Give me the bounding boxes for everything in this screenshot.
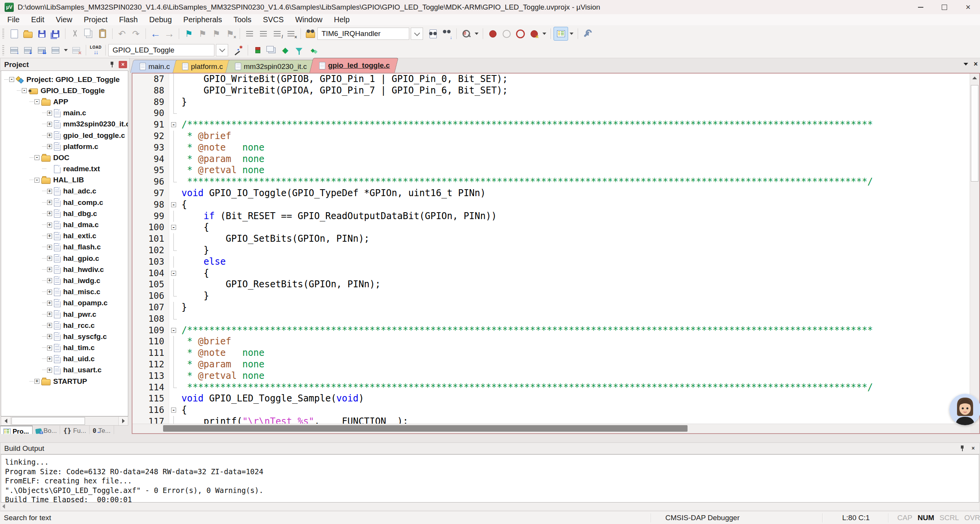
details-window-dropdown[interactable] [570, 33, 573, 35]
project-tree[interactable]: -Project: GPIO_LED_Toggle-*GPIO_LED_Togg… [1, 70, 128, 416]
manage-rte-button[interactable] [251, 44, 265, 57]
tree-item-hal-dma-c[interactable]: +hal_dma.c [1, 219, 128, 230]
expand-box[interactable]: + [47, 346, 52, 350]
horizontal-splitter[interactable] [0, 434, 980, 442]
disable-breakpoints-button[interactable] [513, 27, 527, 40]
save-button[interactable] [35, 27, 49, 40]
menu-edit[interactable]: Edit [25, 14, 50, 25]
tree-item-hal-pwr-c[interactable]: +hal_pwr.c [1, 309, 128, 320]
copy-button[interactable] [82, 27, 96, 40]
tab-list-dropdown[interactable] [964, 63, 968, 66]
expand-box[interactable]: + [47, 312, 52, 317]
tree-item-hal-comp-c[interactable]: +hal_comp.c [1, 197, 128, 208]
expand-box[interactable]: + [47, 223, 52, 228]
open-button[interactable] [21, 27, 35, 40]
tree-item-hal-misc-c[interactable]: +hal_misc.c [1, 287, 128, 298]
tree-item-app[interactable]: -APP [1, 96, 128, 107]
menu-window[interactable]: Window [289, 14, 328, 25]
expand-box[interactable]: + [47, 368, 52, 373]
expand-box[interactable]: + [47, 133, 52, 138]
fold-column[interactable]: - [169, 325, 179, 336]
translate-button[interactable]: ↓ [7, 44, 21, 57]
collapse-box[interactable]: - [34, 178, 39, 183]
tree-item-hal-tim-c[interactable]: +hal_tim.c [1, 342, 128, 354]
find-button[interactable] [426, 27, 440, 40]
cut-button[interactable] [68, 27, 82, 40]
fold-column[interactable]: - [169, 268, 179, 279]
project-panel-close[interactable]: × [119, 61, 127, 68]
software-packs-button[interactable]: ◆ [306, 44, 320, 57]
vscroll-thumb[interactable] [971, 85, 978, 182]
find-in-folder-button[interactable] [304, 27, 317, 40]
collapse-box[interactable]: - [34, 99, 39, 104]
enable-breakpoint-button[interactable] [500, 27, 513, 40]
build-output-pin-icon[interactable] [960, 445, 964, 452]
tree-item-hal-usart-c[interactable]: +hal_usart.c [1, 365, 128, 376]
tree-item-hal-opamp-c[interactable]: +hal_opamp.c [1, 298, 128, 309]
previous-bookmark-button[interactable]: ⚑ [196, 27, 209, 40]
expand-box[interactable]: + [47, 267, 52, 272]
scroll-up-button[interactable] [970, 74, 979, 82]
target-combobox[interactable]: GPIO_LED_Toggle [108, 44, 214, 56]
indent-button[interactable] [256, 27, 270, 40]
find-in-files-dropdown[interactable] [475, 33, 479, 35]
expand-box[interactable]: + [47, 290, 52, 295]
expand-box[interactable]: + [34, 379, 39, 384]
navigate-forward-button[interactable]: → [162, 27, 176, 40]
tree-item-gpio-led-toggle[interactable]: -*GPIO_LED_Toggle [1, 85, 128, 96]
close-button[interactable]: × [956, 0, 980, 14]
filter-button[interactable] [292, 44, 306, 57]
minimize-button[interactable] [909, 0, 933, 14]
expand-box[interactable]: + [47, 234, 52, 239]
tree-item-hal-rcc-c[interactable]: +hal_rcc.c [1, 320, 128, 331]
tree-item-hal-gpio-c[interactable]: +hal_gpio.c [1, 253, 128, 264]
code-editor[interactable]: 87 GPIO_WriteBit(GPIOB, GPIO_Pin_1 | GPI… [132, 74, 970, 424]
scroll-thumb[interactable] [11, 417, 85, 425]
fold-column[interactable]: - [169, 222, 179, 233]
insert-bookmark-button[interactable]: ⚑ [182, 27, 196, 40]
tree-item-main-c[interactable]: +main.c [1, 108, 128, 119]
collapse-box[interactable]: - [9, 77, 14, 82]
collapse-box[interactable]: - [34, 155, 39, 160]
tree-item-project-gpio-led-toggle[interactable]: -Project: GPIO_LED_Toggle [1, 74, 128, 85]
hscroll-thumb[interactable] [163, 425, 688, 432]
redo-button[interactable]: ↷ [129, 27, 143, 40]
expand-box[interactable]: + [47, 245, 52, 250]
close-document-button[interactable]: × [973, 61, 978, 67]
batch-build-dropdown[interactable] [64, 49, 68, 51]
menu-svcs[interactable]: SVCS [257, 14, 289, 25]
tree-item-hal-adc-c[interactable]: +hal_adc.c [1, 186, 128, 197]
menu-debug[interactable]: Debug [144, 14, 178, 25]
expand-box[interactable]: + [47, 256, 52, 261]
tree-item-readme-txt[interactable]: readme.txt [1, 164, 128, 175]
menu-project[interactable]: Project [78, 14, 113, 25]
undo-button[interactable]: ↶ [115, 27, 129, 40]
file-extensions-button[interactable]: ◆ [278, 44, 292, 57]
editor-tab-mm32spin0230_it-c[interactable]: mm32spin0230_it.c [225, 60, 315, 73]
assistant-avatar[interactable] [949, 394, 980, 425]
tree-item-hal-iwdg-c[interactable]: +hal_iwdg.c [1, 275, 128, 286]
tree-item-startup[interactable]: +STARTUP [1, 376, 128, 387]
menu-flash[interactable]: Flash [113, 14, 144, 25]
breakpoints-dropdown[interactable] [542, 33, 546, 35]
expand-box[interactable]: + [47, 357, 52, 362]
expand-box[interactable]: + [47, 144, 52, 149]
new-file-button[interactable] [7, 27, 21, 40]
build-button[interactable]: ⇣ [21, 44, 35, 57]
tree-item-mm32spin0230-it-c[interactable]: +mm32spin0230_it.c [1, 119, 128, 130]
fold-column[interactable]: - [169, 404, 179, 416]
rebuild-button[interactable]: ⇊ [35, 44, 49, 57]
kill-breakpoints-button[interactable] [527, 27, 541, 40]
toolbar-grip[interactable] [2, 29, 4, 39]
collapse-box[interactable]: - [22, 88, 27, 93]
scroll-left-button[interactable] [1, 417, 11, 425]
tree-item-hal-exti-c[interactable]: +hal_exti.c [1, 231, 128, 242]
unindent-button[interactable] [243, 27, 256, 40]
tree-item-hal-hwdiv-c[interactable]: +hal_hwdiv.c [1, 264, 128, 275]
batch-build-button[interactable] [49, 44, 62, 57]
workspace-button[interactable] [265, 44, 278, 57]
save-all-button[interactable] [49, 27, 62, 40]
restore-button[interactable] [933, 0, 956, 14]
menu-peripherals[interactable]: Peripherals [178, 14, 228, 25]
editor-vscrollbar[interactable] [970, 74, 979, 424]
